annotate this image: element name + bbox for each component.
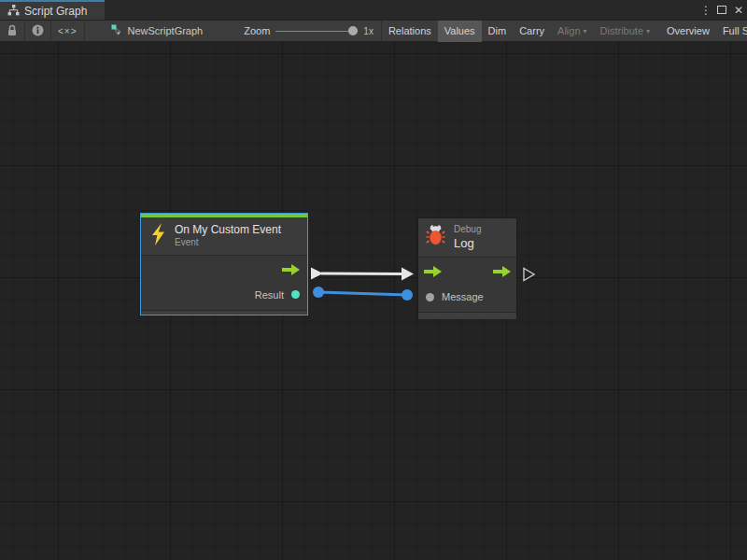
- lightning-bolt-icon: [150, 223, 166, 249]
- tab-script-graph[interactable]: Script Graph: [0, 0, 105, 20]
- flow-arrow-icon: [282, 262, 300, 279]
- graph-hierarchy-icon: [7, 3, 20, 20]
- node-title: Log: [454, 236, 481, 251]
- node-title: On My Custom Event: [175, 223, 281, 237]
- overview-button[interactable]: Overview: [660, 21, 716, 42]
- info-button[interactable]: [25, 21, 50, 42]
- graph-file-icon: [111, 24, 123, 38]
- tab-bar: Script Graph ⋮ ✕: [0, 0, 747, 20]
- bug-icon: [426, 224, 445, 251]
- graph-name-breadcrumb[interactable]: NewScriptGraph: [102, 24, 213, 38]
- tab-label: Script Graph: [24, 5, 87, 18]
- info-icon: [32, 24, 44, 38]
- edit-graph-button[interactable]: <×>: [51, 21, 84, 42]
- lock-icon: [7, 24, 18, 38]
- node-footer: [141, 310, 307, 315]
- zoom-label: Zoom: [244, 25, 270, 36]
- zoom-value: 1x: [363, 26, 374, 36]
- node-subtitle: Event: [175, 237, 281, 249]
- node-header[interactable]: On My Custom Event Event: [141, 217, 307, 255]
- value-port-dot: [426, 293, 434, 301]
- chevron-down-icon: ▾: [584, 27, 587, 35]
- relations-button[interactable]: Relations: [382, 21, 438, 42]
- chevron-down-icon: ▾: [646, 27, 650, 35]
- toolbar-separator: [84, 21, 85, 42]
- flow-arrow-icon: [493, 264, 511, 281]
- distribute-dropdown[interactable]: Distribute ▾: [594, 21, 656, 42]
- carry-button[interactable]: Carry: [513, 21, 551, 42]
- graph-toolbar: <×> NewScriptGraph Zoom 1x Relations Val…: [0, 20, 747, 41]
- port-label: Message: [442, 291, 484, 302]
- flow-ports-row[interactable]: [418, 261, 516, 284]
- value-port-dot: [291, 290, 300, 299]
- flow-output-port[interactable]: [141, 259, 307, 282]
- node-subtitle: Debug: [454, 224, 481, 236]
- zoom-slider-handle[interactable]: [348, 26, 358, 35]
- zoom-slider[interactable]: [275, 26, 358, 35]
- node-on-my-custom-event[interactable]: On My Custom Event Event Result: [140, 213, 308, 315]
- maximize-icon[interactable]: [717, 6, 726, 14]
- port-label: Result: [255, 289, 284, 301]
- node-footer: [418, 312, 516, 319]
- result-output-port[interactable]: Result: [141, 284, 307, 306]
- flow-arrow-icon: [424, 264, 442, 281]
- window-menu-icon[interactable]: ⋮: [700, 4, 710, 17]
- align-dropdown[interactable]: Align ▾: [551, 21, 593, 42]
- code-icon: <×>: [58, 26, 78, 36]
- node-debug-log[interactable]: Debug Log Message: [417, 217, 517, 320]
- node-header[interactable]: Debug Log: [418, 218, 516, 257]
- graph-canvas[interactable]: [0, 41, 747, 560]
- values-button[interactable]: Values: [438, 21, 482, 42]
- fullscreen-button[interactable]: Full Screen: [716, 21, 747, 42]
- dim-button[interactable]: Dim: [482, 21, 514, 42]
- lock-button[interactable]: [0, 21, 24, 42]
- message-input-port[interactable]: Message: [418, 286, 516, 308]
- close-icon[interactable]: ✕: [734, 4, 743, 17]
- graph-name-label: NewScriptGraph: [128, 25, 204, 36]
